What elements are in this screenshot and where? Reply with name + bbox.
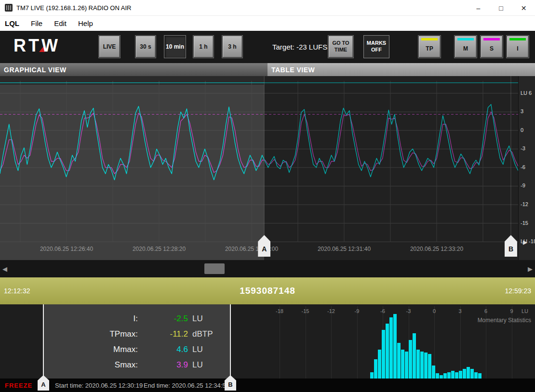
histogram-bar [374, 359, 377, 379]
maximize-button[interactable]: □ [490, 0, 512, 16]
timeline-bar: 12:12:32 1593087148 12:59:23 [0, 277, 535, 304]
scroll-right-icon[interactable]: ▶ [525, 260, 535, 277]
menu-edit[interactable]: Edit [48, 19, 72, 27]
histogram-bar [370, 372, 374, 379]
histogram-bar [443, 373, 447, 379]
menu-lql[interactable]: LQL [0, 19, 25, 27]
integrated-button[interactable]: I [507, 36, 529, 58]
range-1h-button[interactable]: 1 h [193, 36, 214, 58]
graphical-view-header[interactable]: GRAPHICAL VIEW [0, 63, 268, 76]
stat-row-integrated: I: -2.5 LU [43, 311, 230, 327]
history-scrollbar[interactable]: ◀ ▶ [0, 260, 535, 277]
time-axis-label: 2020.06.25 12:26:40 [40, 246, 93, 252]
histogram-bar [428, 354, 431, 379]
tp-button[interactable]: TP [418, 36, 441, 58]
close-button[interactable]: ✕ [512, 0, 535, 16]
tpmax-value: -11.2 [138, 329, 188, 339]
histogram-x-label: -18 [276, 308, 283, 314]
histogram-bar [405, 352, 408, 379]
histogram-bar [447, 372, 451, 379]
integrated-color-stripe [509, 38, 526, 40]
status-bar: FREEZE Start time: 2020.06.25 12:30:19 E… [0, 379, 535, 392]
tp-color-stripe [421, 38, 438, 40]
histogram-bar [474, 372, 478, 379]
histogram-bar [451, 371, 455, 379]
statistics-section: I: -2.5 LU TPmax: -11.2 dBTP Mmax: 4.6 L… [0, 304, 535, 392]
histogram-x-label: 6 [484, 308, 487, 314]
menu-bar: LQL File Edit Help [0, 16, 535, 31]
start-time-label: Start time: 2020.06.25 12:30:19 [55, 379, 143, 392]
histogram-title: Momentary Statistics [478, 317, 531, 324]
histogram-x-label: 0 [433, 308, 436, 314]
target-lufs-label: Target: -23 LUFS [272, 31, 327, 63]
y-axis-label: -3 [521, 145, 525, 151]
histogram-bar [424, 353, 428, 379]
live-button[interactable]: LIVE [99, 36, 120, 58]
range-10min-button[interactable]: 10 min [164, 36, 186, 58]
timeline-start-time: 12:12:32 [4, 287, 30, 295]
momentary-button[interactable]: M [455, 36, 477, 58]
histogram-bar [455, 372, 458, 379]
histogram-bar [413, 333, 416, 379]
histogram-unit-label: LU [522, 308, 528, 314]
stat-row-tpmax: TPmax: -11.2 dBTP [43, 327, 230, 342]
y-axis-label: 3 [521, 108, 523, 114]
y-axis-label: -6 [521, 164, 525, 170]
y-axis: ▶ LU 630-3-6-9-12-15LU -18 [518, 76, 535, 260]
menu-file[interactable]: File [25, 19, 48, 27]
loudness-stats-panel: I: -2.5 LU TPmax: -11.2 dBTP Mmax: 4.6 L… [43, 304, 230, 379]
stat-row-smax: Smax: 3.9 LU [43, 357, 230, 373]
scroll-left-icon[interactable]: ◀ [0, 260, 10, 277]
title-bar: TM7 LIVE (192.168.1.26) RADIO ON AIR – □… [0, 0, 535, 16]
histogram-bar [440, 375, 443, 379]
histogram-x-label: -9 [355, 308, 360, 314]
histogram-x-label: -6 [380, 308, 385, 314]
freeze-indicator: FREEZE [5, 379, 32, 392]
toolbar: RTW LIVE 30 s 10 min 1 h 3 h Target: -23… [0, 31, 535, 63]
mmax-value: 4.6 [138, 345, 188, 354]
y-axis-label: -15 [521, 220, 528, 226]
history-plot[interactable] [0, 76, 518, 260]
y-axis-label: 0 [521, 127, 523, 133]
histogram-bar [386, 324, 389, 379]
histogram-bar [393, 314, 397, 379]
range-30s-button[interactable]: 30 s [135, 36, 156, 58]
histogram-bars [370, 314, 482, 379]
histogram-bar [436, 373, 439, 379]
histogram-x-label: -15 [302, 308, 309, 314]
time-axis-label: 2020.06.25 12:33:20 [410, 246, 463, 252]
end-time-label: End time: 2020.06.25 12:34:55 [144, 379, 229, 392]
range-a-line [43, 304, 44, 378]
minimize-button[interactable]: – [467, 0, 490, 16]
table-view-header[interactable]: TABLE VIEW [268, 63, 535, 76]
view-headers: GRAPHICAL VIEW TABLE VIEW [0, 63, 535, 76]
histogram-bar [378, 350, 381, 379]
histogram-x-label: -3 [406, 308, 411, 314]
stat-row-mmax: Mmax: 4.6 LU [43, 342, 230, 357]
timeline-timestamp: 1593087148 [0, 286, 535, 296]
y-axis-label: -12 [521, 201, 528, 207]
histogram-bar [478, 373, 482, 379]
shortterm-button[interactable]: S [481, 36, 503, 58]
histogram-bar [389, 317, 393, 379]
histogram-bar [463, 369, 466, 379]
histogram-gridline [280, 306, 280, 379]
menu-help[interactable]: Help [72, 19, 99, 27]
histogram-bar [401, 350, 404, 379]
y-axis-label: -9 [521, 183, 525, 188]
go-to-time-button[interactable]: GO TO TIME [328, 36, 353, 58]
range-3h-button[interactable]: 3 h [222, 36, 242, 58]
time-axis-label: 2020.06.25 12:31:40 [318, 246, 371, 252]
marks-off-button[interactable]: MARKS OFF [364, 36, 389, 58]
loudness-history-chart[interactable]: 2020.06.25 12:26:402020.06.25 12:28:2020… [0, 76, 535, 260]
histogram-bar [382, 330, 385, 379]
scrollbar-thumb[interactable] [204, 263, 225, 274]
histogram-x-label: -12 [327, 308, 335, 314]
histogram-gridline [357, 306, 358, 379]
histogram-bar [470, 369, 474, 379]
histogram-bar [397, 343, 401, 379]
histogram-bar [432, 366, 435, 379]
histogram-gridline [306, 306, 306, 379]
rtw-logo: RTW [13, 37, 60, 54]
histogram-bar [409, 340, 412, 379]
